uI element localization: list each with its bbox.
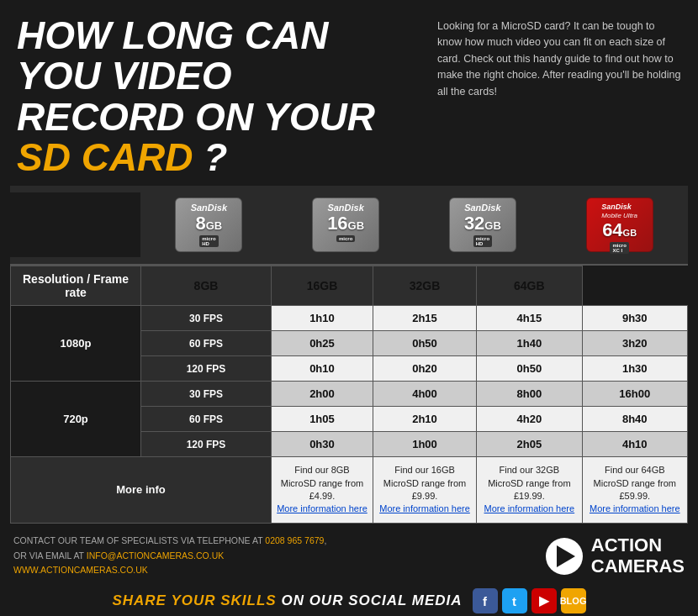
val-1080p-60-8gb: 0h25 [272, 331, 373, 356]
sd-card-32gb: SanDisk 32GB microHD [449, 197, 516, 252]
blog-icon[interactable]: BLOG [561, 588, 586, 613]
brand-name: ACTIONCAMERAS [591, 535, 685, 576]
empty-header-cell [10, 192, 140, 257]
val-1080p-30-64gb: 9h30 [582, 306, 687, 331]
facebook-icon[interactable]: f [473, 588, 498, 613]
info-16gb: Find our 16GB MicroSD range from £9.99. … [373, 457, 476, 524]
val-720p-30-16gb: 4h00 [373, 382, 476, 407]
label-720p: 720p [11, 382, 141, 457]
val-720p-120-16gb: 1h00 [373, 432, 476, 457]
row-720p-30fps: 720p 30 FPS 2h00 4h00 8h00 16h00 [11, 382, 688, 407]
val-720p-60-64gb: 8h40 [582, 407, 687, 432]
logo-circle [546, 538, 583, 575]
more-info-row: More info Find our 8GB MicroSD range fro… [11, 457, 688, 524]
social-text: SHARE YOUR SKILLS ON OUR SOCIAL MEDIA [112, 592, 462, 609]
twitter-icon[interactable]: t [502, 588, 527, 613]
val-1080p-120-8gb: 0h10 [272, 356, 373, 382]
val-1080p-30-8gb: 1h10 [272, 306, 373, 331]
val-720p-60-16gb: 2h10 [373, 407, 476, 432]
val-1080p-120-32gb: 0h50 [477, 356, 582, 382]
fps-label-60: 60 FPS [141, 331, 272, 356]
val-1080p-120-64gb: 1h30 [582, 356, 687, 382]
val-720p-30-32gb: 8h00 [477, 382, 582, 407]
size-header-row: Resolution / Frame rate 8GB 16GB 32GB 64… [11, 266, 688, 306]
social-icons: f t ▶ BLOG [473, 588, 586, 613]
fps-label-120: 120 FPS [141, 356, 272, 382]
val-1080p-30-16gb: 2h15 [373, 306, 476, 331]
contact-website-line: WWW.ACTIONCAMERAS.CO.UK [13, 563, 326, 578]
header-description: Looking for a MicroSD card? It can be to… [437, 15, 681, 100]
contact-info: CONTACT OUR TEAM OF SPECIALISTS VIA TELE… [13, 534, 326, 579]
row-1080p-30fps: 1080p 30 FPS 1h10 2h15 4h15 9h30 [11, 306, 688, 331]
val-720p-120-32gb: 2h05 [477, 432, 582, 457]
contact-phone-line: CONTACT OUR TEAM OF SPECIALISTS VIA TELE… [13, 534, 326, 549]
header-64gb: 64GB [477, 266, 582, 306]
header-16gb: 16GB [272, 266, 373, 306]
val-720p-120-8gb: 0h30 [272, 432, 373, 457]
contact-email-line: OR VIA EMAIL AT INFO@ACTIONCAMERAS.CO.UK [13, 549, 326, 564]
val-1080p-60-64gb: 3h20 [582, 331, 687, 356]
sd-card-16gb: SanDisk 16GB micro [312, 197, 379, 252]
more-info-label: More info [11, 457, 272, 524]
card-32gb: SanDisk 32GB microHD [415, 192, 552, 257]
more-info-link-8gb[interactable]: More information here [277, 503, 368, 513]
youtube-icon[interactable]: ▶ [531, 588, 557, 613]
label-1080p: 1080p [11, 306, 141, 382]
resolution-label: Resolution / Frame rate [11, 266, 141, 306]
more-info-link-16gb[interactable]: More information here [379, 503, 470, 513]
more-info-link-32gb[interactable]: More information here [484, 503, 575, 513]
info-64gb: Find our 64GB MicroSD range from £59.99.… [582, 457, 687, 524]
sd-card-64gb: SanDiskMobile Ultra 64GB microXC I [586, 197, 653, 252]
social-bar: SHARE YOUR SKILLS ON OUR SOCIAL MEDIA f … [0, 583, 698, 616]
header-section: HOW LONG CAN YOU VIDEO RECORD ON YOUR SD… [0, 0, 698, 186]
brand-logo: ACTIONCAMERAS [546, 535, 685, 576]
table-wrapper: SanDisk 8GB microHD SanDisk 16GB micro [10, 186, 688, 524]
val-720p-60-32gb: 4h20 [477, 407, 582, 432]
val-1080p-60-32gb: 1h40 [477, 331, 582, 356]
val-720p-30-64gb: 16h00 [582, 382, 687, 407]
footer-section: CONTACT OUR TEAM OF SPECIALISTS VIA TELE… [0, 527, 698, 584]
info-32gb: Find our 32GB MicroSD range from £19.99.… [477, 457, 582, 524]
data-table: Resolution / Frame rate 8GB 16GB 32GB 64… [10, 266, 688, 524]
info-8gb: Find our 8GB MicroSD range from £4.99. M… [272, 457, 373, 524]
main-container: HOW LONG CAN YOU VIDEO RECORD ON YOUR SD… [0, 0, 698, 616]
fps-label-720p-60: 60 FPS [141, 407, 272, 432]
sd-card-8gb: SanDisk 8GB microHD [175, 197, 242, 252]
val-1080p-60-16gb: 0h50 [373, 331, 476, 356]
play-icon [557, 545, 575, 567]
header-8gb: 8GB [141, 266, 272, 306]
title-block: HOW LONG CAN YOU VIDEO RECORD ON YOUR SD… [17, 15, 420, 177]
val-720p-120-64gb: 4h10 [582, 432, 687, 457]
fps-label-720p-30: 30 FPS [141, 382, 272, 407]
card-64gb: SanDiskMobile Ultra 64GB microXC I [551, 192, 688, 257]
fps-label-30: 30 FPS [141, 306, 272, 331]
val-720p-60-8gb: 1h05 [272, 407, 373, 432]
val-1080p-120-16gb: 0h20 [373, 356, 476, 382]
fps-label-720p-120: 120 FPS [141, 432, 272, 457]
header-32gb: 32GB [373, 266, 476, 306]
more-info-link-64gb[interactable]: More information here [590, 503, 680, 513]
val-1080p-30-32gb: 4h15 [477, 306, 582, 331]
card-8gb: SanDisk 8GB microHD [140, 192, 278, 257]
card-header-row: SanDisk 8GB microHD SanDisk 16GB micro [10, 186, 688, 266]
main-heading: HOW LONG CAN YOU VIDEO RECORD ON YOUR SD… [17, 15, 420, 177]
card-16gb: SanDisk 16GB micro [278, 192, 415, 257]
val-720p-30-8gb: 2h00 [272, 382, 373, 407]
